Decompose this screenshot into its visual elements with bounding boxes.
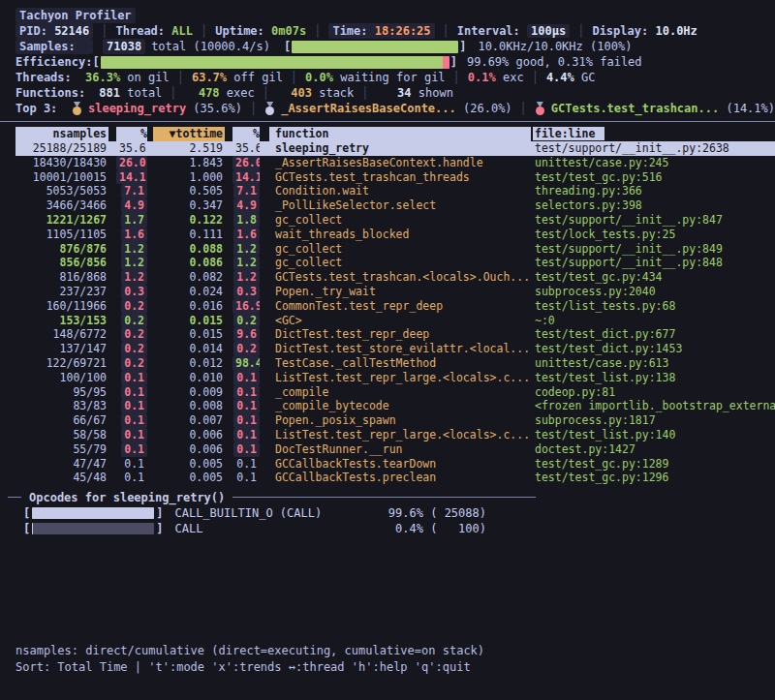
- cell-cumulative-pct: 35.6: [232, 141, 260, 156]
- cell-function-name: sleeping_retry: [269, 141, 531, 156]
- top-function-name[interactable]: _AssertRaisesBaseConte...: [281, 101, 456, 116]
- cell-direct-pct: 0.1: [116, 385, 147, 400]
- stat-text: off gil: [227, 70, 283, 85]
- table-row[interactable]: ►25188/2518935.62.51935.6sleeping_retryt…: [2, 141, 775, 156]
- table-row[interactable]: 47/470.10.0050.1GCCallbackTests.tearDown…: [2, 457, 775, 472]
- cell-nsamples: 1221/1267: [16, 213, 108, 228]
- row-selection-marker: [2, 198, 16, 213]
- table-row[interactable]: 100/1000.10.0100.1ListTest.test_repr_lar…: [2, 371, 775, 385]
- efficiency-label: Efficiency:: [16, 54, 92, 70]
- samples-rate: 10.0KHz/10.0KHz (100%): [478, 39, 632, 54]
- samples-suffix: total (10000.4/s): [151, 39, 270, 54]
- cell-function-name: ListTest.test_repr_large.<locals>.c...: [269, 371, 531, 385]
- cell-file-line: test/support/__init__.py:848: [533, 256, 775, 270]
- cell-direct-pct: 0.2: [116, 356, 147, 371]
- cell-function-name: GCTests.test_trashcan_threads: [269, 170, 531, 185]
- row-selection-marker: [2, 385, 16, 400]
- cell-tottime: 0.347: [153, 198, 225, 213]
- pct-value: 14.1: [232, 170, 260, 185]
- table-row[interactable]: 137/1470.20.0140.2DictTest.test_store_ev…: [2, 342, 775, 356]
- table-row[interactable]: 122/697210.20.01298.4TestCase._callTestM…: [2, 356, 775, 371]
- table-row[interactable]: 856/8561.20.0861.2gc_collecttest/support…: [2, 256, 775, 270]
- cell-direct-pct: 1.2: [116, 256, 147, 270]
- cell-function-name: Popen._try_wait: [269, 285, 531, 299]
- column-header-tottime-sorted[interactable]: ▼tottime: [153, 127, 225, 141]
- table-row[interactable]: 95/950.10.0090.1_compilecodeop.py:81: [2, 385, 775, 400]
- table-row[interactable]: 1105/11051.60.1111.6wait_threads_blocked…: [2, 228, 775, 242]
- table-row[interactable]: 3466/34664.90.3474.9_PollLikeSelector.se…: [2, 198, 775, 213]
- stat-text: stack: [312, 85, 354, 101]
- opcode-bar-open: [: [23, 521, 30, 536]
- cell-nsamples: 160/11966: [16, 299, 108, 314]
- stat-value: 881: [85, 85, 120, 101]
- opcodes-title: Opcodes for sleeping_retry(): [21, 490, 232, 505]
- cell-tottime: 0.015: [153, 327, 225, 342]
- cell-direct-pct: 0.1: [116, 399, 147, 413]
- row-selection-marker: [2, 213, 16, 228]
- thread-field[interactable]: Thread: ALL: [116, 23, 194, 39]
- samples-total: 71038: [103, 39, 145, 54]
- interval-label: Interval:: [457, 24, 520, 38]
- table-row[interactable]: 160/119660.20.01616.9CommonTest.test_rep…: [2, 299, 775, 314]
- display-label: Display:: [592, 24, 648, 38]
- column-header-pct2[interactable]: %: [232, 127, 260, 141]
- table-row[interactable]: 55/790.10.0060.1DocTestRunner.__rundocte…: [2, 442, 775, 457]
- table-row[interactable]: 153/1530.20.0150.2<GC>~:0: [2, 314, 775, 328]
- separator: │: [524, 70, 546, 85]
- table-row[interactable]: 45/480.10.0050.1GCCallbackTests.preclean…: [2, 471, 775, 485]
- cell-function-name: gc_collect: [269, 242, 531, 257]
- cell-function-name: gc_collect: [269, 256, 531, 270]
- cell-direct-pct: 0.1: [116, 413, 147, 428]
- column-header-function[interactable]: function: [269, 127, 531, 141]
- cell-tottime: 1.843: [153, 156, 225, 170]
- top-function-name[interactable]: GCTests.test_trashcan...: [551, 101, 719, 116]
- table-row[interactable]: 816/8681.20.0821.2GCTests.test_trashcan.…: [2, 270, 775, 285]
- separator: │: [354, 85, 376, 101]
- pct-value: 26.0: [116, 156, 147, 170]
- cell-direct-pct: 0.1: [116, 428, 147, 442]
- column-header-file-line-label: file:line: [533, 127, 604, 140]
- column-header-file-line[interactable]: file:line: [533, 127, 775, 141]
- column-header-nsamples[interactable]: nsamples: [16, 127, 108, 141]
- stat-value: 403: [277, 85, 312, 101]
- table-row[interactable]: 148/67720.20.0159.6DictTest.test_repr_de…: [2, 327, 775, 342]
- top-function-name[interactable]: sleeping_retry: [88, 101, 186, 116]
- opcode-bar-close: ]: [156, 521, 163, 536]
- table-row[interactable]: 237/2370.30.0240.3Popen._try_waitsubproc…: [2, 285, 775, 299]
- separator: │: [162, 85, 184, 101]
- cell-tottime: 0.007: [153, 413, 225, 428]
- table-row[interactable]: 18430/1843026.01.84326.0_AssertRaisesBas…: [2, 156, 775, 170]
- row-selection-marker: [2, 314, 16, 328]
- stat-text: GC: [574, 70, 596, 85]
- table-row[interactable]: 66/670.10.0070.1Popen._posix_spawnsubpro…: [2, 413, 775, 428]
- top3-items: sleeping_retry (35.6%)│_AssertRaisesBase…: [72, 101, 775, 116]
- cell-nsamples: 5053/5053: [16, 184, 108, 198]
- cell-cumulative-pct: 1.2: [232, 242, 260, 257]
- pct-value: 7.1: [233, 184, 260, 198]
- function-table: nsamples % ▼tottime % function file:line…: [16, 127, 775, 485]
- cell-function-name: TestCase._callTestMethod: [269, 356, 531, 371]
- table-row[interactable]: 10001/1001514.11.00014.1GCTests.test_tra…: [2, 170, 775, 185]
- table-row[interactable]: 876/8761.20.0881.2gc_collecttest/support…: [2, 242, 775, 257]
- separator: │: [570, 23, 592, 39]
- cell-cumulative-pct: 0.2: [232, 342, 260, 356]
- table-row[interactable]: 5053/50537.10.5057.1Condition.waitthread…: [2, 184, 775, 198]
- cell-cumulative-pct: 9.6: [232, 327, 260, 342]
- cell-file-line: selectors.py:398: [533, 198, 775, 213]
- pct-value: 0.1: [121, 457, 147, 472]
- cell-tottime: 0.082: [153, 270, 225, 285]
- separator: │: [93, 23, 115, 39]
- cell-cumulative-pct: 0.1: [232, 442, 260, 457]
- pct-value: 0.1: [121, 471, 147, 485]
- table-row[interactable]: 83/830.10.0080.1_compile_bytecode<frozen…: [2, 399, 775, 413]
- table-row[interactable]: 1221/12671.70.1221.8gc_collecttest/suppo…: [2, 213, 775, 228]
- cell-nsamples: 83/83: [16, 399, 108, 413]
- cell-nsamples: 66/67: [16, 413, 108, 428]
- cell-file-line: test/support/__init__.py:2638: [533, 141, 775, 156]
- column-header-pct1[interactable]: %: [116, 127, 147, 141]
- row-selection-marker: [2, 356, 16, 371]
- cell-cumulative-pct: 1.6: [232, 228, 260, 242]
- cell-file-line: test/test_gc.py:1289: [533, 457, 775, 472]
- table-row[interactable]: 58/580.10.0060.1ListTest.test_repr_large…: [2, 428, 775, 442]
- stat-value: 34: [377, 85, 412, 101]
